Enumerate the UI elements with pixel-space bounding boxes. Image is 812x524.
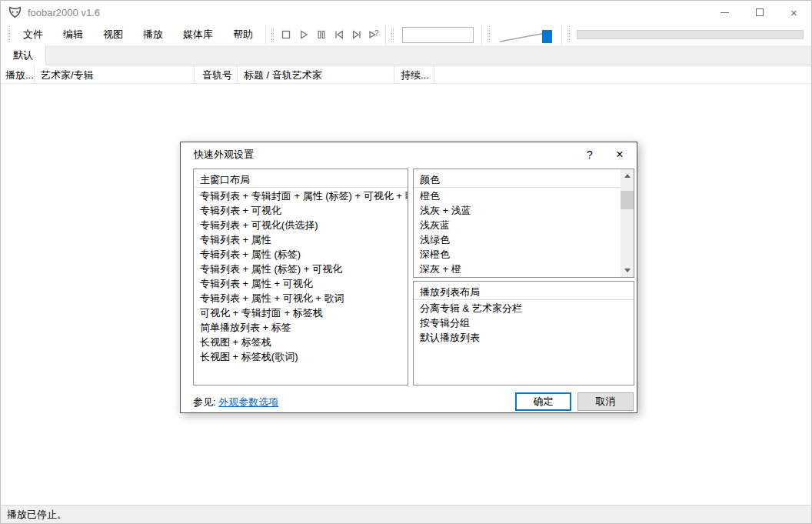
playlist-layout-listbox: 播放列表布局 分离专辑 & 艺术家分栏 按专辑分组 默认播放列表: [413, 281, 634, 385]
menu-item-help[interactable]: 帮助: [223, 24, 263, 45]
scroll-down-icon: [624, 269, 631, 272]
close-icon: ×: [790, 7, 797, 18]
toolbar-grip[interactable]: [391, 28, 394, 42]
colors-scrollbar[interactable]: [621, 169, 634, 277]
volume-slider[interactable]: [498, 26, 554, 43]
minimize-icon: [720, 12, 729, 13]
pause-button[interactable]: [312, 26, 330, 43]
column-header-artist-album[interactable]: 艺术家/专辑: [35, 65, 195, 83]
seekbar[interactable]: [577, 30, 804, 39]
playlist-column-header-row: 播放... 艺术家/专辑 音轨号 标题 / 音轨艺术家 持续...: [1, 65, 811, 84]
color-item[interactable]: 浅绿色: [414, 232, 621, 247]
main-layout-item[interactable]: 专辑列表 + 属性: [194, 232, 408, 247]
colors-listbox-header: 颜色: [414, 169, 621, 188]
maximize-icon: [756, 8, 764, 16]
main-layout-item[interactable]: 可视化 + 专辑封面 + 标签栈: [194, 305, 408, 320]
colors-listbox: 颜色 橙色 浅灰 + 浅蓝 浅灰蓝 浅绿色 深橙色 深灰 + 橙 深灰 + 洋红: [413, 169, 634, 278]
see-also-label: 参见:: [193, 396, 216, 408]
main-layout-item[interactable]: 长视图 + 标签栈(歌词): [194, 349, 408, 364]
color-item[interactable]: 深灰 + 橙: [414, 262, 621, 276]
pause-icon: [315, 28, 328, 41]
main-layout-item[interactable]: 专辑列表 + 属性 + 可视化 + 歌词: [194, 291, 408, 305]
appearance-preferences-link[interactable]: 外观参数选项: [218, 396, 278, 408]
playlist-tab-strip: 默认: [1, 45, 811, 65]
column-header-playing[interactable]: 播放...: [1, 65, 35, 83]
close-icon: ×: [616, 148, 623, 161]
main-layout-item[interactable]: 专辑列表 + 可视化(供选择): [194, 218, 408, 232]
toolbar-separator: [481, 25, 482, 45]
playlist-layout-listbox-header: 播放列表布局: [414, 282, 634, 300]
status-bar: 播放已停止。: [1, 505, 811, 523]
maximize-button[interactable]: [742, 1, 777, 24]
scrollbar-thumb[interactable]: [621, 191, 634, 209]
main-layout-item[interactable]: 专辑列表 + 属性 + 可视化: [194, 276, 408, 291]
status-text: 播放已停止。: [7, 508, 67, 522]
color-item[interactable]: 浅灰 + 浅蓝: [414, 203, 621, 218]
column-header-title-track-artist[interactable]: 标题 / 音轨艺术家: [238, 65, 394, 83]
cancel-button[interactable]: 取消: [577, 392, 634, 411]
menu-item-library[interactable]: 媒体库: [173, 24, 223, 45]
main-layout-item[interactable]: 专辑列表 + 专辑封面 + 属性 (标签) + 可视化 + 歌词: [194, 189, 408, 203]
scrollbar-up-button[interactable]: [621, 169, 634, 182]
previous-button[interactable]: [330, 26, 348, 43]
toolbar-grip[interactable]: [488, 28, 490, 42]
dialog-close-button[interactable]: ×: [603, 148, 637, 162]
main-layout-listbox-header: 主窗口布局: [194, 169, 408, 188]
scroll-up-icon: [624, 174, 631, 178]
help-icon: ?: [587, 149, 593, 161]
window-title: foobar2000 v1.6: [28, 7, 100, 18]
random-button[interactable]: ?: [365, 26, 383, 43]
play-icon: [298, 28, 310, 41]
main-layout-item[interactable]: 简单播放列表 + 标签: [194, 320, 408, 335]
main-layout-item[interactable]: 专辑列表 + 属性 (标签): [194, 247, 408, 262]
toolbar-grip[interactable]: [567, 28, 570, 42]
playlist-layout-item[interactable]: 默认播放列表: [414, 330, 634, 345]
foobar-logo-icon: [8, 6, 22, 18]
app-window: foobar2000 v1.6 × 文件 编辑 视图 播放 媒体库 帮助: [0, 0, 812, 524]
toolbar-grip[interactable]: [8, 28, 10, 42]
toolbar: 文件 编辑 视图 播放 媒体库 帮助 ?: [1, 24, 811, 45]
toolbar-separator: [561, 25, 562, 45]
dialog-title-bar: 快速外观设置 ? ×: [181, 142, 637, 167]
svg-text:?: ?: [374, 29, 379, 38]
color-item[interactable]: 深灰 + 洋红: [414, 276, 621, 278]
ok-button[interactable]: 确定: [515, 392, 571, 411]
menu-bar: 文件 编辑 视图 播放 媒体库 帮助: [13, 24, 263, 45]
toolbar-grip[interactable]: [271, 28, 274, 42]
main-layout-item[interactable]: 专辑列表 + 属性 (标签) + 可视化: [194, 262, 408, 276]
next-button[interactable]: [348, 26, 365, 43]
menu-item-playback[interactable]: 播放: [133, 24, 173, 45]
color-item[interactable]: 深橙色: [414, 247, 621, 262]
column-header-duration[interactable]: 持续...: [394, 65, 434, 83]
previous-icon: [333, 28, 345, 41]
color-item[interactable]: 浅灰蓝: [414, 218, 621, 232]
main-layout-item[interactable]: 专辑列表 + 可视化: [194, 203, 408, 218]
stop-button[interactable]: [277, 26, 295, 43]
close-button[interactable]: ×: [777, 1, 811, 24]
title-bar: foobar2000 v1.6 ×: [1, 1, 811, 24]
column-header-filler: [434, 65, 811, 83]
playlist-layout-item[interactable]: 分离专辑 & 艺术家分栏: [414, 301, 634, 315]
minimize-button[interactable]: [707, 1, 742, 24]
toolbar-separator: [385, 25, 386, 45]
stop-icon: [280, 28, 292, 41]
menu-item-edit[interactable]: 编辑: [53, 24, 93, 45]
next-icon: [351, 28, 363, 41]
tab-default[interactable]: 默认: [1, 45, 46, 65]
dialog-help-button[interactable]: ?: [577, 149, 603, 161]
play-button[interactable]: [295, 26, 312, 43]
volume-handle-icon: [542, 30, 552, 43]
playlist-layout-item[interactable]: 按专辑分组: [414, 315, 634, 330]
quick-appearance-setup-dialog: 快速外观设置 ? × 主窗口布局 专辑列表 + 专辑封面 + 属性 (标签) +…: [180, 142, 637, 413]
scrollbar-down-button[interactable]: [621, 264, 634, 277]
menu-item-view[interactable]: 视图: [93, 24, 133, 45]
menu-item-file[interactable]: 文件: [13, 24, 53, 45]
main-layout-item[interactable]: 长视图 + 标签栈: [194, 335, 408, 349]
dialog-title: 快速外观设置: [181, 148, 254, 162]
search-input[interactable]: [402, 27, 474, 43]
toolbar-separator: [265, 25, 266, 45]
random-icon: ?: [368, 28, 381, 41]
main-layout-listbox: 主窗口布局 专辑列表 + 专辑封面 + 属性 (标签) + 可视化 + 歌词 专…: [193, 169, 408, 385]
column-header-track-number[interactable]: 音轨号: [195, 65, 238, 83]
color-item[interactable]: 橙色: [414, 189, 621, 203]
